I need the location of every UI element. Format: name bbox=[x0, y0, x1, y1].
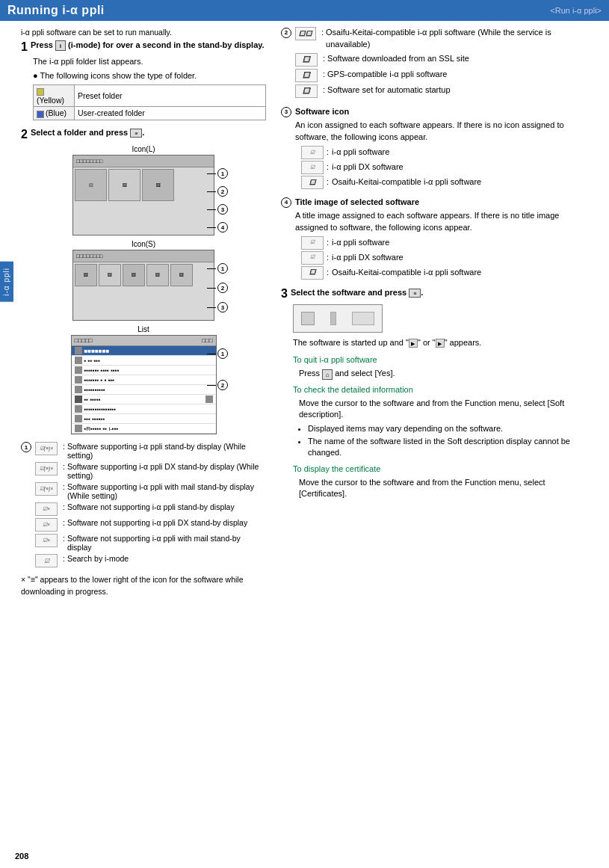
colon-4: : bbox=[63, 502, 65, 511]
folder-color-2: (Blue) bbox=[34, 107, 75, 120]
circle-4-label: Title image of selected software bbox=[295, 197, 419, 206]
app-icon: 🖼 bbox=[108, 169, 140, 201]
step-3-right: 3 Select the software and press ≡. The s… bbox=[281, 287, 594, 349]
step-3-screenshot-area bbox=[293, 304, 594, 333]
callout-circle-s1: 1 bbox=[217, 263, 228, 274]
list-screen-row: ▪R▪▪▪▪▪ ▪▪ i-▪▪▪ bbox=[72, 424, 216, 434]
icon-box-5: ☑× bbox=[35, 518, 58, 532]
circle-4-sub-1: ☑ : i-α ppli software bbox=[301, 236, 594, 250]
step-2-header: 2 Select a folder and press ≡. bbox=[21, 128, 266, 141]
callout-list-2: 2 bbox=[207, 380, 228, 390]
row-icon bbox=[75, 376, 82, 384]
step-1-number: 1 bbox=[21, 40, 28, 54]
icon-l-label: Icon(L) bbox=[21, 145, 266, 153]
step-1-header: 1 Press i (i-mode) for over a second in … bbox=[21, 40, 266, 54]
callout-line bbox=[207, 209, 216, 210]
circle-2-item-4: 🔲 : Software set for automatic startup bbox=[295, 84, 594, 98]
list-screen-header: □□□□□ □□□ bbox=[72, 336, 216, 346]
row-icon-special bbox=[75, 395, 82, 403]
colon-1: : bbox=[63, 442, 65, 451]
icon-desc-header: 1 ☑(≡)× : Software supporting i-α ppli s… bbox=[21, 442, 266, 570]
callout-s-2: 2 bbox=[207, 283, 228, 293]
page-number: 208 bbox=[15, 852, 28, 861]
circle-2-text-3: GPS-compatible i-α ppli software bbox=[327, 69, 447, 81]
icon-s-label: Icon(S) bbox=[21, 240, 266, 248]
icon-box-4: ☑× bbox=[35, 502, 58, 516]
circle-3-sub-2: ☑ : i-α ppli DX software bbox=[301, 161, 594, 174]
left-column: i-α ppli software can be set to run manu… bbox=[21, 27, 275, 603]
icon-4-3: 🔲 bbox=[301, 266, 324, 280]
check-bullet-2: The name of the software listed in the S… bbox=[308, 436, 594, 459]
callout-line bbox=[207, 227, 216, 228]
list-screen-wrapper: □□□□□ □□□ ■■■■■■■ ▪ ▪▪ ▪▪▪ bbox=[58, 335, 229, 434]
app-icon: 🖼 bbox=[75, 169, 107, 201]
circle-3-sub-1: ☑ : i-α ppli software bbox=[301, 146, 594, 159]
screenshot-bar bbox=[352, 312, 374, 325]
screen-top-bar-s: □□□□□ □□□ bbox=[73, 250, 214, 262]
circle-2-header: 2 🔲🔲 : Osaifu-Keitai-compatible i-α ppli… bbox=[281, 27, 594, 100]
icon-s-screen-wrapper: □□□□□ □□□ 🖼 🖼 🖼 🖼 🖼 bbox=[58, 250, 229, 321]
link-quit: To quit i-α ppli software bbox=[293, 354, 594, 366]
page-footer: 208 bbox=[15, 852, 28, 861]
circle-2-section: 2 🔲🔲 : Osaifu-Keitai-compatible i-α ppli… bbox=[281, 27, 594, 100]
icon-3-2: ☑ bbox=[301, 161, 324, 174]
colon-5: : bbox=[63, 518, 65, 527]
icon-text-5: Software not supporting i-α ppli DX stan… bbox=[67, 518, 247, 527]
table-row: (Yellow) Preset folder bbox=[34, 85, 266, 107]
page-header: Running i-α ppli <Run i-α ppli> bbox=[0, 0, 609, 21]
callout-group-list: 1 2 bbox=[207, 348, 228, 390]
icon-row-7: ☑ : Search by i-mode bbox=[35, 554, 266, 567]
list-screen-row: ▪ ▪▪ ▪▪▪ bbox=[72, 356, 216, 366]
colon-7: : bbox=[63, 554, 65, 563]
list-screen: □□□□□ □□□ ■■■■■■■ ▪ ▪▪ ▪▪▪ bbox=[71, 335, 217, 434]
icon-row-1: ☑(≡)× : Software supporting i-α ppli sta… bbox=[35, 442, 266, 460]
bottom-note: × "≡" appears to the lower right of the … bbox=[21, 574, 266, 598]
circle-4-section: 4 Title image of selected software A tit… bbox=[281, 197, 594, 281]
icon-3-3: 🔲 bbox=[301, 176, 324, 189]
check-bullets: Displayed items may vary depending on th… bbox=[308, 423, 594, 459]
callout-line bbox=[207, 191, 216, 192]
list-screen-row: ■■■■■■■ bbox=[72, 346, 216, 356]
icon-s-section: Icon(S) □□□□□ □□□ 🖼 🖼 🖼 🖼 🖼 bbox=[21, 240, 266, 321]
icon-text-4: Software not supporting i-α ppli stand-b… bbox=[67, 502, 235, 511]
callout-line bbox=[207, 288, 216, 289]
right-column: 2 🔲🔲 : Osaifu-Keitai-compatible i-α ppli… bbox=[275, 27, 594, 603]
circle-4-body: A title image assigned to each software … bbox=[295, 210, 594, 234]
circle-3-sub-list: ☑ : i-α ppli software ☑ : i-α ppli DX so… bbox=[301, 146, 594, 189]
icon-2-2: 🔲 bbox=[295, 53, 318, 67]
icon-2-3: 🔲 bbox=[295, 69, 318, 82]
icon-l-screen-wrapper: □□□□□ □□□ 🖼 🖼 🖼 1 bbox=[58, 155, 229, 236]
icon-4-2: ☑ bbox=[301, 251, 324, 265]
callout-4-circle: 4 bbox=[281, 197, 291, 208]
callout-circle-list1: 1 bbox=[217, 348, 228, 359]
colon-6: : bbox=[63, 534, 65, 543]
check-bullet-1: Displayed items may vary depending on th… bbox=[308, 423, 594, 434]
step-3-body: The software is started up and "▶" or "▶… bbox=[293, 337, 594, 348]
step-2-number: 2 bbox=[21, 128, 28, 141]
icon-box-2: ☑(≡)× bbox=[35, 462, 58, 475]
circle-3-header: 3 Software icon An icon assigned to each… bbox=[281, 106, 594, 191]
cert-body: Move the cursor to the software and from… bbox=[299, 477, 594, 500]
circle-2-items: 🔲🔲 : Osaifu-Keitai-compatible i-α ppli s… bbox=[295, 27, 594, 100]
screenshot-btn bbox=[330, 312, 336, 325]
list-screen-row: ▪▪▪ ▪▪▪▪▪▪ bbox=[72, 414, 216, 424]
callout-list-1: 1 bbox=[207, 348, 228, 359]
screen-top-bar-l: □□□□□ □□□ bbox=[73, 156, 214, 167]
icon-box-6: ☑× bbox=[35, 534, 58, 547]
step-1-title: Press i (i-mode) for over a second in th… bbox=[31, 40, 265, 51]
callout-3: 3 bbox=[207, 204, 228, 215]
list-screen-row: ▪▪▪▪▪▪▪ ▪ ▪ ▪▪▪ bbox=[72, 375, 216, 385]
step-3-title: Select the software and press ≡. bbox=[291, 287, 423, 299]
row-icon bbox=[75, 357, 82, 364]
list-screen-row: ▪▪▪▪▪▪▪ ▪▪▪▪ ▪▪▪▪ bbox=[72, 366, 216, 375]
circle-2-text-4: Software set for automatic startup bbox=[327, 84, 450, 96]
app-icon-s: 🖼 bbox=[123, 264, 145, 286]
circle-3-sub-3: 🔲 : Osaifu-Keitai-compatible i-α ppli so… bbox=[301, 176, 594, 189]
step-2: 2 Select a folder and press ≡. Icon(L) □… bbox=[21, 128, 266, 435]
circle-4-sub-2: ☑ : i-α ppli DX software bbox=[301, 251, 594, 265]
callout-circle-desc: 1 bbox=[21, 442, 31, 452]
icon-box-3: ☑(≡)× bbox=[35, 482, 58, 496]
callout-circle-4: 4 bbox=[217, 222, 228, 233]
icon-box-1: ☑(≡)× bbox=[35, 442, 58, 455]
icon-desc-list: 1 ☑(≡)× : Software supporting i-α ppli s… bbox=[21, 442, 266, 598]
